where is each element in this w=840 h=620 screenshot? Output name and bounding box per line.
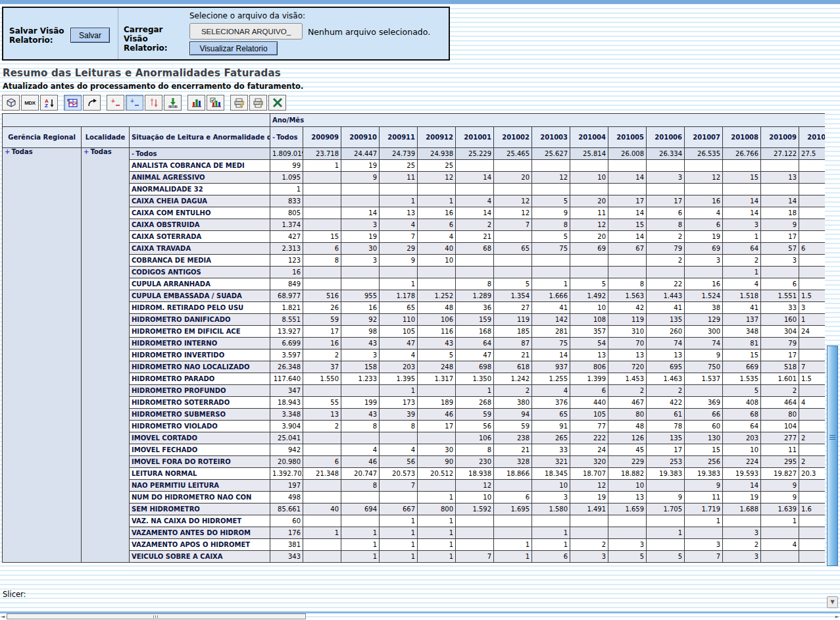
value-cell: 7 <box>494 219 532 231</box>
value-cell: 3 <box>341 349 380 361</box>
value-cell: 1 <box>418 515 456 527</box>
value-cell: 3.597 <box>270 349 303 361</box>
mdx-editor-button[interactable]: MDX <box>21 95 39 111</box>
value-cell <box>303 172 341 184</box>
value-cell: 695 <box>647 361 685 373</box>
value-cell: 2 <box>456 219 494 231</box>
value-cell <box>570 160 608 172</box>
value-cell: 16 <box>418 207 456 219</box>
value-cell: 39 <box>380 409 418 421</box>
mdx-label: MDX <box>24 100 35 106</box>
horizontal-scrollbar-thumb[interactable] <box>7 613 306 619</box>
value-cell: 8 <box>456 444 494 456</box>
value-cell <box>303 539 341 551</box>
value-cell: 24.938 <box>418 148 456 160</box>
value-cell <box>380 267 418 278</box>
value-cell <box>303 184 341 195</box>
value-cell <box>456 267 494 278</box>
value-cell: 222 <box>570 432 608 444</box>
value-cell: 3 <box>647 172 685 184</box>
drill-member-button[interactable]: + <box>107 95 124 111</box>
member-label-cell: IMOVEL FORA DO ROTEIRO <box>130 456 270 468</box>
horizontal-scrollbar[interactable]: ◄ ► <box>0 613 840 620</box>
column-header: 200912 <box>418 127 456 148</box>
value-cell <box>341 267 380 278</box>
value-cell <box>799 172 825 184</box>
value-cell: 422 <box>647 397 685 409</box>
value-cell: 4 <box>341 444 380 456</box>
value-cell: 116 <box>418 326 456 338</box>
value-cell: 9 <box>685 480 723 492</box>
swap-axes-button[interactable] <box>83 95 101 111</box>
column-header: 200911 <box>380 127 418 148</box>
column-header: 201006 <box>647 127 685 148</box>
value-cell <box>761 551 799 563</box>
scroll-right-arrow-icon[interactable]: ► <box>834 614 840 620</box>
drill-replace-button[interactable] <box>145 95 162 111</box>
value-cell: 1 <box>380 527 418 539</box>
value-cell: 25.465 <box>494 148 532 160</box>
value-cell: 281 <box>532 326 570 338</box>
value-cell: 343 <box>270 551 303 563</box>
drill-through-button[interactable] <box>164 95 182 111</box>
select-file-button[interactable]: SELECIONAR ARQUIVO_ <box>189 23 303 39</box>
value-cell: 18.707 <box>570 468 608 480</box>
value-cell: 265 <box>532 432 570 444</box>
scroll-down-button[interactable]: ▼ <box>827 596 838 608</box>
value-cell: 36 <box>456 302 494 314</box>
expand-toggle[interactable]: + <box>5 148 10 155</box>
view-report-button[interactable]: Visualizar Relatorio <box>189 41 278 55</box>
show-chart-button[interactable] <box>187 95 205 111</box>
bar-chart-config-icon <box>210 97 222 108</box>
value-cell: 5 <box>608 551 647 563</box>
save-view-button[interactable]: Salvar <box>70 28 110 43</box>
scroll-left-arrow-icon[interactable]: ◄ <box>0 614 6 620</box>
value-cell: 94 <box>494 409 532 421</box>
row-axis-header-0: Gerência Regional <box>3 127 82 148</box>
value-cell: 85.661 <box>270 504 303 515</box>
print-config-button[interactable] <box>230 95 248 111</box>
value-cell: 47 <box>456 349 494 361</box>
export-excel-button[interactable] <box>268 95 286 111</box>
value-cell: 1.233 <box>341 373 380 385</box>
value-cell: 105 <box>570 409 608 421</box>
vertical-scrollbar-thumb[interactable] <box>827 346 838 566</box>
value-cell: 15 <box>723 349 761 361</box>
collapse-toggle[interactable]: - <box>132 150 134 157</box>
member-label-cell: VAZAMENTO ANTES DO HIDROM <box>130 527 270 539</box>
value-cell: 5 <box>532 195 570 207</box>
expand-toggle[interactable]: + <box>84 148 89 155</box>
member-label-cell: ANORMALIDADE 32 <box>130 184 270 195</box>
value-cell: 19 <box>570 492 608 504</box>
value-cell: 15 <box>723 172 761 184</box>
value-cell: 185 <box>494 326 532 338</box>
member-label-cell: ANIMAL AGRESSIVO <box>130 172 270 184</box>
chart-config-button[interactable] <box>207 95 224 111</box>
print-pdf-button[interactable] <box>249 95 267 111</box>
value-cell: 2 <box>723 539 761 551</box>
value-cell: 12 <box>532 172 570 184</box>
value-cell <box>723 515 761 527</box>
value-cell <box>685 160 723 172</box>
show-parent-members-button[interactable]: 0 <box>64 95 82 111</box>
scrollbar-grip-icon <box>829 435 835 441</box>
value-cell: 955 <box>341 290 380 302</box>
collapse-toggle[interactable]: - <box>272 134 275 141</box>
value-cell: 23.718 <box>303 148 341 160</box>
value-cell: 104 <box>761 421 799 432</box>
value-cell: 1.639 <box>761 504 799 515</box>
value-cell: 25.041 <box>270 432 303 444</box>
drill-position-button[interactable]: + <box>126 95 143 111</box>
value-cell: 464 <box>761 397 799 409</box>
value-cell: 6 <box>418 219 456 231</box>
value-cell <box>456 527 494 539</box>
value-cell: 268 <box>456 397 494 409</box>
value-cell: 45 <box>608 444 647 456</box>
value-cell: 15 <box>608 219 647 231</box>
member-label-cell: HIDROMETRO NAO LOCALIZADO <box>130 361 270 373</box>
svg-text:Z: Z <box>45 103 48 108</box>
value-cell: 17 <box>647 444 685 456</box>
value-cell: 1 <box>799 314 825 326</box>
sort-button[interactable]: A Z <box>40 95 58 111</box>
olap-navigator-button[interactable] <box>2 95 20 111</box>
